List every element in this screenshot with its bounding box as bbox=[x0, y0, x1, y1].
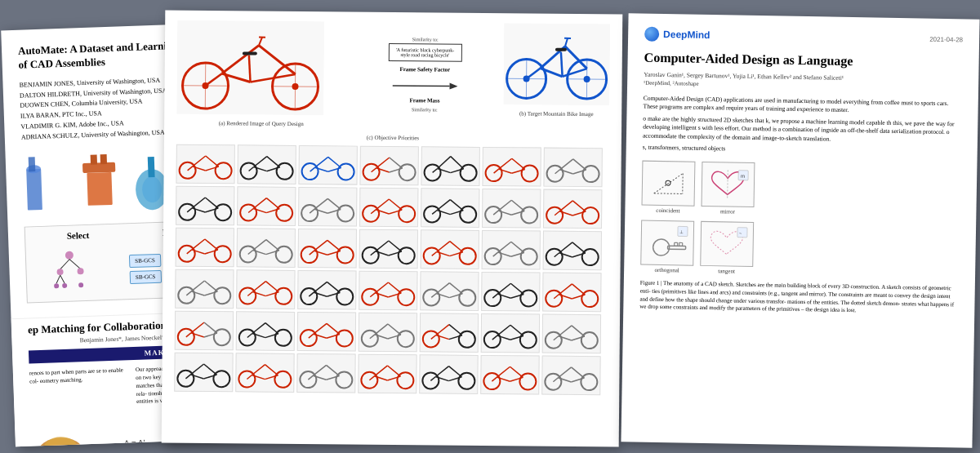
svg-rect-0 bbox=[26, 168, 42, 210]
bike-cell-r5c2 bbox=[236, 311, 295, 351]
svg-line-324 bbox=[265, 375, 278, 380]
svg-line-76 bbox=[254, 157, 267, 167]
svg-line-127 bbox=[253, 209, 266, 213]
bike-cell-r2c1 bbox=[176, 186, 234, 226]
similarity-diagram: Similarity to: 'A futuristic black cyber… bbox=[354, 22, 496, 130]
svg-line-204 bbox=[498, 252, 511, 256]
svg-line-13 bbox=[60, 260, 69, 269]
svg-line-266 bbox=[204, 322, 217, 333]
svg-point-187 bbox=[399, 247, 415, 264]
svg-point-292 bbox=[459, 331, 475, 348]
svg-line-119 bbox=[205, 198, 218, 208]
svg-point-355 bbox=[581, 374, 597, 390]
cad-obj-1 bbox=[21, 151, 73, 218]
svg-line-255 bbox=[492, 294, 497, 298]
bike-cell-r3c1 bbox=[176, 228, 234, 268]
svg-line-350 bbox=[510, 366, 523, 377]
tangent-svg: ~ bbox=[704, 225, 750, 263]
svg-point-75 bbox=[277, 163, 293, 180]
svg-point-131 bbox=[337, 205, 354, 221]
svg-line-314 bbox=[190, 364, 203, 375]
svg-line-120 bbox=[192, 208, 205, 212]
mirror-svg: m bbox=[706, 166, 751, 203]
svg-point-222 bbox=[275, 288, 292, 304]
svg-line-133 bbox=[327, 198, 341, 209]
svg-line-273 bbox=[265, 323, 278, 334]
deepmind-header: DeepMind 2021-04-28 bbox=[644, 27, 963, 47]
svg-line-157 bbox=[493, 211, 498, 215]
deepmind-name: DeepMind bbox=[663, 29, 710, 41]
bike-cell-r5c1 bbox=[175, 311, 234, 351]
svg-line-47 bbox=[392, 86, 449, 87]
bike-cell-r3c7 bbox=[543, 231, 602, 271]
svg-line-177 bbox=[266, 251, 279, 255]
svg-line-244 bbox=[436, 282, 449, 293]
svg-line-288 bbox=[375, 335, 388, 339]
bike-cell-r3c5 bbox=[421, 229, 479, 269]
svg-line-267 bbox=[191, 333, 204, 337]
frame-mass-row: Frame Mass bbox=[409, 97, 439, 104]
svg-line-330 bbox=[313, 375, 326, 380]
svg-point-16 bbox=[77, 268, 83, 274]
svg-line-232 bbox=[314, 292, 327, 296]
bike-cell-r6c3 bbox=[296, 353, 355, 393]
bike-cell-r4c6 bbox=[481, 272, 540, 312]
svg-line-72 bbox=[206, 167, 219, 171]
svg-line-142 bbox=[389, 210, 402, 214]
svg-line-70 bbox=[206, 156, 219, 167]
svg-line-281 bbox=[314, 334, 327, 338]
svg-point-15 bbox=[56, 269, 63, 275]
svg-line-132 bbox=[314, 198, 327, 209]
svg-line-111 bbox=[560, 159, 573, 170]
bike-cell-r3c2 bbox=[237, 228, 296, 268]
paper3-abstract: Computer-Aided Design (CAD) applications… bbox=[643, 95, 962, 158]
svg-line-237 bbox=[375, 282, 388, 293]
svg-line-106 bbox=[499, 169, 512, 173]
sketch-orthogonal-box: ⊥ bbox=[640, 220, 694, 266]
svg-point-341 bbox=[458, 373, 474, 389]
svg-point-201 bbox=[521, 248, 537, 264]
bike-cell-r4c5 bbox=[420, 271, 479, 311]
svg-line-218 bbox=[191, 291, 204, 295]
svg-line-260 bbox=[559, 295, 572, 299]
svg-point-21 bbox=[78, 282, 83, 287]
svg-line-318 bbox=[185, 375, 190, 379]
svg-point-145 bbox=[460, 207, 476, 223]
svg-point-19 bbox=[54, 283, 59, 288]
svg-line-261 bbox=[572, 295, 585, 299]
svg-line-351 bbox=[497, 377, 510, 381]
query-bike-section: (a) Rendered Image of Query Design bbox=[176, 20, 346, 128]
svg-point-12 bbox=[65, 251, 74, 260]
bike-row-4 bbox=[175, 269, 608, 313]
svg-line-316 bbox=[190, 375, 203, 379]
svg-point-354 bbox=[545, 374, 561, 390]
svg-line-160 bbox=[559, 201, 572, 211]
svg-line-205 bbox=[511, 252, 524, 256]
svg-point-159 bbox=[582, 207, 599, 224]
svg-line-283 bbox=[309, 334, 314, 338]
svg-line-189 bbox=[389, 241, 402, 251]
svg-line-259 bbox=[572, 284, 585, 295]
bike-cell-r5c5 bbox=[420, 313, 479, 353]
svg-line-104 bbox=[499, 158, 512, 169]
svg-line-280 bbox=[327, 323, 340, 334]
svg-line-361 bbox=[654, 173, 683, 194]
svg-rect-49 bbox=[503, 23, 610, 105]
svg-line-164 bbox=[555, 211, 559, 215]
svg-line-359 bbox=[571, 378, 584, 382]
svg-line-247 bbox=[449, 294, 462, 298]
svg-line-233 bbox=[327, 292, 340, 296]
svg-line-322 bbox=[265, 365, 278, 375]
svg-line-248 bbox=[431, 293, 436, 297]
svg-line-293 bbox=[436, 324, 449, 335]
bike-cell-r6c2 bbox=[235, 353, 294, 393]
bike-row-5 bbox=[175, 311, 608, 354]
svg-point-194 bbox=[460, 248, 476, 264]
svg-line-286 bbox=[375, 324, 388, 335]
bike-cell-r5c3 bbox=[297, 312, 356, 352]
svg-line-227 bbox=[247, 291, 252, 295]
svg-line-188 bbox=[376, 241, 389, 251]
cad-obj-2 bbox=[74, 149, 125, 216]
query-bike-image bbox=[176, 20, 324, 116]
svg-line-121 bbox=[205, 208, 218, 212]
